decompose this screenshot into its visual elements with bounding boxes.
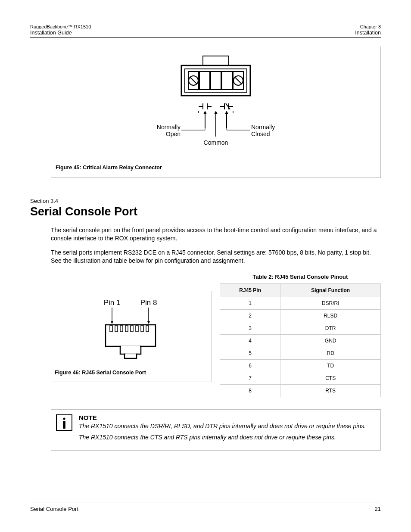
svg-marker-34 xyxy=(111,321,113,324)
header-product: RuggedBackbone™ RX1510 xyxy=(30,24,91,29)
svg-rect-46 xyxy=(120,346,141,354)
header-doc: Installation Guide xyxy=(30,30,91,36)
paragraph-2: The serial ports implement RS232 DCE on … xyxy=(51,249,381,265)
table-row: 1DSR/RI xyxy=(220,297,381,309)
table-row: 8RTS xyxy=(220,384,381,397)
svg-rect-40 xyxy=(120,326,123,332)
footer-page-number: 21 xyxy=(375,506,381,512)
svg-rect-1 xyxy=(181,65,250,96)
svg-marker-26 xyxy=(214,111,218,114)
svg-marker-36 xyxy=(147,321,150,324)
svg-point-51 xyxy=(63,417,65,420)
info-icon xyxy=(56,414,73,433)
figure-45-caption: Figure 45: Critical Alarm Relay Connecto… xyxy=(56,165,376,171)
page: RuggedBackbone™ RX1510 Installation Guid… xyxy=(0,0,411,532)
table-row: 2RLSD xyxy=(220,309,381,322)
note-title: NOTE xyxy=(79,414,366,421)
svg-line-9 xyxy=(190,77,197,84)
section-title: Serial Console Port xyxy=(30,205,381,218)
figure-46-box: Pin 1 Pin 8 xyxy=(51,291,212,382)
header-chapter-title: Installation xyxy=(355,30,381,36)
rj45-diagram: Pin 1 Pin 8 xyxy=(75,296,187,364)
header-chapter: Chapter 3 xyxy=(355,24,381,29)
label-open: Open xyxy=(166,131,181,137)
svg-rect-6 xyxy=(222,72,232,90)
table-row: 4GND xyxy=(220,334,381,347)
label-closed: Closed xyxy=(251,131,270,137)
label-normally2: Normally xyxy=(251,124,275,131)
table-header-func: Signal Function xyxy=(280,283,381,297)
svg-rect-5 xyxy=(211,72,221,90)
svg-rect-38 xyxy=(110,326,112,332)
note-p1: The RX1510 connects the DSR/RI, RLSD, an… xyxy=(79,422,366,430)
svg-rect-4 xyxy=(199,72,210,90)
pin1-label: Pin 1 xyxy=(104,299,121,307)
svg-rect-2 xyxy=(185,69,247,92)
table-header-pin: RJ45 Pin xyxy=(220,283,280,297)
svg-rect-45 xyxy=(146,326,149,332)
section-number: Section 3.4 xyxy=(30,198,381,204)
table-row: 6TD xyxy=(220,359,381,372)
note-box: NOTE The RX1510 connects the DSR/RI, RLS… xyxy=(51,409,381,451)
page-footer: Serial Console Port 21 xyxy=(30,503,381,512)
footer-left: Serial Console Port xyxy=(30,506,78,512)
note-p2: The RX1510 connects the CTS and RTS pins… xyxy=(79,433,366,442)
svg-rect-44 xyxy=(141,326,143,332)
label-normally: Normally xyxy=(157,124,181,131)
svg-rect-43 xyxy=(136,326,138,332)
table-row: 3DTR xyxy=(220,322,381,334)
table-row: 5RD xyxy=(220,347,381,359)
table-row: 7CTS xyxy=(220,372,381,384)
figure-46-caption: Figure 46: RJ45 Serial Console Port xyxy=(55,370,208,376)
table-2-caption: Table 2: RJ45 Serial Console Pinout xyxy=(220,274,381,280)
svg-marker-28 xyxy=(225,111,228,114)
relay-connector-diagram: Normally Open Normally Closed Common xyxy=(56,53,376,160)
svg-rect-41 xyxy=(125,326,128,332)
pinout-table: RJ45 Pin Signal Function 1DSR/RI 2RLSD 3… xyxy=(220,283,381,397)
svg-rect-42 xyxy=(131,326,133,332)
page-header: RuggedBackbone™ RX1510 Installation Guid… xyxy=(30,24,381,38)
label-common: Common xyxy=(204,139,228,146)
pin8-label: Pin 8 xyxy=(140,299,157,307)
svg-line-11 xyxy=(235,77,242,84)
svg-marker-24 xyxy=(203,111,207,114)
svg-rect-52 xyxy=(63,421,65,429)
svg-rect-0 xyxy=(203,56,229,65)
figure-45-box: Normally Open Normally Closed Common Fig… xyxy=(51,47,381,178)
section-body: The serial console port on the front pan… xyxy=(51,226,381,265)
figure-table-row: Pin 1 Pin 8 xyxy=(51,274,381,397)
paragraph-1: The serial console port on the front pan… xyxy=(51,226,381,243)
svg-rect-39 xyxy=(115,326,118,332)
